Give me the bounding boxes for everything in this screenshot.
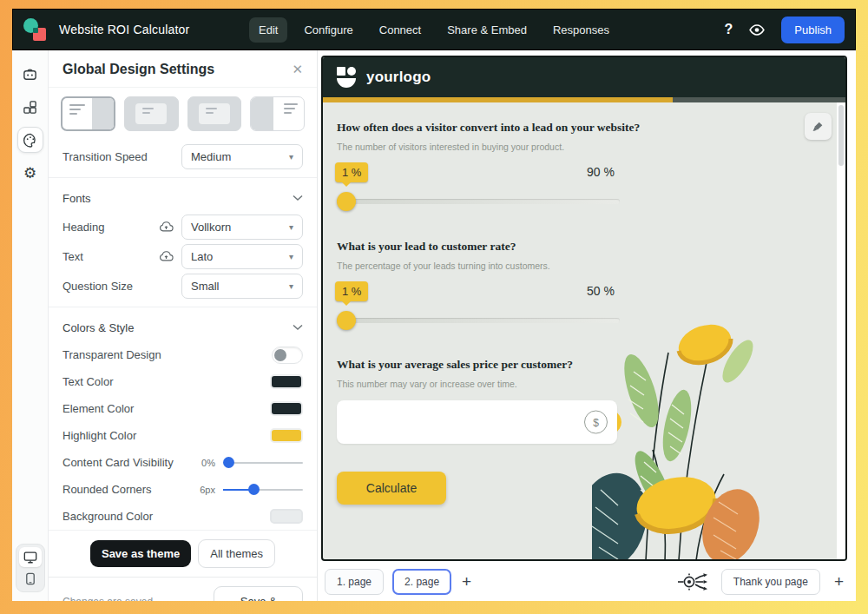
colors-style-label: Colors & Style (62, 321, 134, 334)
layout-option-right[interactable] (250, 96, 305, 131)
question-lead-to-customer[interactable]: What is your lead to customer rate? The … (337, 240, 823, 328)
chevron-down-icon (293, 195, 303, 201)
price-input[interactable]: $ (337, 400, 617, 444)
chevron-down-icon: ▾ (289, 281, 293, 291)
text-font-select[interactable]: Lato ▾ (181, 244, 303, 269)
form-header: yourlogo (323, 57, 845, 97)
content-card-visibility-value: 0% (201, 458, 215, 468)
rounded-corners-slider[interactable] (223, 489, 303, 491)
rounded-corners-label: Rounded Corners (62, 483, 152, 496)
tab-configure[interactable]: Configure (294, 17, 362, 43)
publish-button[interactable]: Publish (781, 17, 845, 43)
palette-icon[interactable] (17, 127, 43, 153)
add-thank-you-page-button[interactable]: + (834, 572, 844, 591)
transparent-design-toggle[interactable] (272, 347, 303, 364)
upload-font-icon[interactable] (159, 250, 174, 262)
rounded-corners-row: Rounded Corners 6px (49, 476, 317, 503)
thank-you-page-tab[interactable]: Thank you page (721, 569, 820, 595)
slider-thumb[interactable] (337, 311, 356, 330)
slider-max-value: 50 % (337, 284, 620, 298)
save-as-theme-button[interactable]: Save as theme (90, 540, 191, 567)
transparent-design-row: Transparent Design (49, 341, 317, 368)
gear-icon[interactable]: ⚙ (17, 160, 43, 186)
help-icon[interactable]: ? (725, 22, 733, 37)
desktop-icon[interactable] (19, 547, 42, 567)
thumb-gray-half (92, 98, 114, 129)
heading-font-select[interactable]: Vollkorn ▾ (181, 215, 303, 240)
fonts-section-label: Fonts (62, 192, 91, 205)
rounded-corners-value: 6px (200, 485, 215, 495)
background-color-swatch[interactable] (270, 509, 303, 524)
element-color-swatch[interactable] (270, 401, 303, 416)
colors-style-section-header[interactable]: Colors & Style (49, 314, 317, 341)
background-color-label: Background Color (62, 510, 153, 523)
panel-header: Global Design Settings ✕ (49, 50, 317, 88)
panel-title: Global Design Settings (62, 62, 214, 77)
upload-font-icon[interactable] (159, 221, 174, 233)
calculate-button[interactable]: Calculate (337, 472, 446, 505)
text-color-row: Text Color (49, 368, 317, 395)
scrollbar-thumb[interactable] (838, 105, 844, 166)
slider-knob[interactable] (223, 457, 234, 468)
page-tab-1[interactable]: 1. page (325, 569, 384, 595)
chevron-down-icon: ▾ (289, 222, 293, 232)
slider-thumb[interactable] (337, 192, 356, 211)
transparent-design-label: Transparent Design (62, 348, 161, 361)
slider-track[interactable] (337, 318, 620, 323)
text-color-swatch[interactable] (270, 374, 303, 389)
divider (49, 177, 317, 178)
divider (49, 307, 317, 307)
preview-stage: yourlogo (318, 50, 856, 601)
edit-design-brush-icon[interactable] (805, 113, 832, 140)
theme-actions-row: Save as theme All themes (49, 530, 317, 577)
question-visitor-conversion[interactable]: How often does a visitor convert into a … (337, 121, 823, 209)
save-close-button[interactable]: Save & close (214, 586, 303, 601)
layout-option-center-2[interactable] (187, 96, 242, 131)
content-card-visibility-slider[interactable] (223, 462, 303, 464)
tab-responses[interactable]: Responses (543, 17, 619, 43)
slider-knob[interactable] (248, 484, 260, 495)
question-title: What is your lead to customer rate? (337, 240, 823, 254)
blocks-icon[interactable] (17, 94, 43, 120)
autosave-note: Changes are saved automatically (62, 596, 214, 601)
highlight-color-label: Highlight Color (62, 429, 136, 442)
layout-option-left[interactable] (61, 96, 115, 131)
question-average-sales-price[interactable]: What is your average sales price per cus… (337, 358, 823, 444)
element-color-label: Element Color (62, 402, 134, 415)
add-page-button[interactable]: + (462, 572, 471, 591)
app-logo-icon[interactable] (23, 18, 47, 42)
close-icon[interactable]: ✕ (292, 62, 303, 77)
question-size-row: Question Size Small ▾ (49, 271, 317, 300)
transition-speed-select[interactable]: Medium ▾ (181, 144, 303, 169)
logic-branch-icon[interactable] (678, 570, 709, 594)
question-size-select[interactable]: Small ▾ (181, 274, 303, 299)
slider-max-value: 90 % (337, 165, 620, 179)
thumb-gray-half (251, 97, 273, 130)
question-title: What is your average sales price per cus… (337, 358, 823, 372)
preview-eye-icon[interactable] (748, 23, 766, 36)
preview-scrollbar[interactable] (837, 102, 845, 559)
tab-connect[interactable]: Connect (370, 17, 431, 43)
robot-icon[interactable] (17, 61, 43, 87)
heading-font-row: Heading Vollkorn ▾ (49, 212, 317, 241)
thumb-inner-card (135, 103, 167, 124)
text-font-value: Lato (191, 250, 213, 263)
page-tab-2[interactable]: 2. page (392, 569, 451, 595)
mobile-icon[interactable] (19, 569, 42, 589)
tab-share-embed[interactable]: Share & Embed (437, 17, 536, 43)
text-font-label: Text (62, 250, 83, 263)
layout-thumbnails (49, 88, 317, 142)
question-title: How often does a visitor convert into a … (337, 121, 823, 135)
tab-edit[interactable]: Edit (249, 17, 287, 43)
fonts-section-header[interactable]: Fonts (49, 184, 317, 212)
project-title: Website ROI Calculator (59, 23, 189, 36)
pagebar-right-group: Thank you page + (678, 569, 844, 595)
page-navigation-bar: 1. page 2. page + (318, 563, 856, 601)
global-design-settings-panel: Global Design Settings ✕ (49, 50, 318, 601)
layout-option-center-1[interactable] (124, 96, 179, 131)
chevron-down-icon: ▾ (289, 152, 293, 162)
slider-track[interactable] (337, 199, 620, 204)
all-themes-button[interactable]: All themes (198, 539, 275, 568)
highlight-color-swatch[interactable] (270, 428, 303, 443)
left-icon-rail: ⚙ (12, 50, 49, 601)
